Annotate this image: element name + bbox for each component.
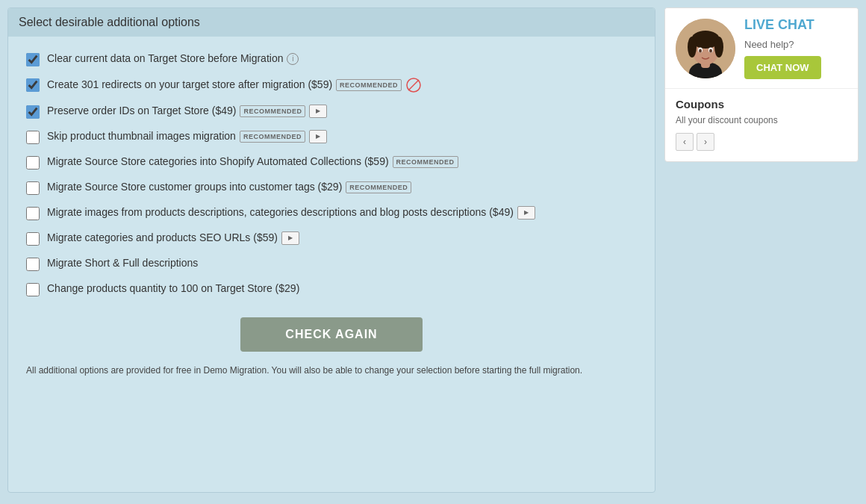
option-checkbox-9[interactable] [26, 258, 40, 271]
option-label-7[interactable]: Migrate images from products description… [47, 205, 535, 220]
option-checkbox-2[interactable] [26, 78, 40, 92]
option-item-9: Migrate Short & Full descriptions [26, 256, 637, 271]
option-label-3[interactable]: Preserve order IDs on Target Store ($49)… [47, 104, 327, 119]
main-panel: Select desirable additional options Clea… [7, 7, 655, 493]
chat-info: LIVE CHAT Need help? CHAT NOW [744, 17, 821, 79]
option-checkbox-4[interactable] [26, 131, 40, 144]
video-icon-3[interactable] [309, 105, 327, 118]
option-item-6: Migrate Source Store customer groups int… [26, 180, 637, 195]
option-label-8[interactable]: Migrate categories and products SEO URLs… [47, 231, 299, 246]
option-item-5: Migrate Source Store categories into Sho… [26, 155, 637, 169]
option-label-6[interactable]: Migrate Source Store customer groups int… [47, 180, 411, 195]
svg-point-13 [709, 49, 712, 52]
recommended-badge-6: RECOMMENDED [346, 181, 411, 194]
option-label-4[interactable]: Skip product thumbnail images migrationR… [47, 129, 327, 144]
section-header: Select desirable additional options [8, 8, 655, 37]
section-title: Select desirable additional options [19, 16, 644, 29]
option-checkbox-5[interactable] [26, 156, 40, 169]
video-icon-8[interactable] [281, 231, 299, 245]
option-item-8: Migrate categories and products SEO URLs… [26, 231, 637, 246]
prev-coupon-button[interactable]: ‹ [676, 133, 694, 151]
option-checkbox-8[interactable] [26, 232, 40, 246]
option-item-2: Create 301 redirects on your target stor… [26, 77, 637, 93]
option-label-2[interactable]: Create 301 redirects on your target stor… [47, 77, 422, 93]
coupons-section: Coupons All your discount coupons ‹ › [665, 88, 858, 161]
option-label-1[interactable]: Clear current data on Target Store befor… [47, 52, 299, 66]
svg-point-12 [699, 49, 702, 52]
option-item-1: Clear current data on Target Store befor… [26, 52, 637, 66]
live-chat-title: LIVE CHAT [744, 17, 821, 33]
block-icon-2[interactable] [405, 77, 422, 93]
option-item-4: Skip product thumbnail images migrationR… [26, 129, 637, 144]
option-item-3: Preserve order IDs on Target Store ($49)… [26, 104, 637, 119]
recommended-badge-5: RECOMMENDED [393, 156, 458, 169]
chat-header: LIVE CHAT Need help? CHAT NOW [665, 8, 858, 88]
coupon-nav: ‹ › [676, 133, 847, 151]
chat-widget: LIVE CHAT Need help? CHAT NOW Coupons Al… [664, 7, 859, 162]
option-label-5[interactable]: Migrate Source Store categories into Sho… [47, 155, 458, 169]
info-icon-1[interactable]: i [287, 53, 299, 65]
avatar [676, 19, 735, 78]
option-item-10: Change products quantity to 100 on Targe… [26, 281, 637, 296]
next-coupon-button[interactable]: › [697, 133, 714, 151]
option-item-7: Migrate images from products description… [26, 205, 637, 220]
option-checkbox-1[interactable] [26, 53, 40, 66]
video-icon-4[interactable] [309, 130, 327, 143]
option-checkbox-3[interactable] [26, 105, 40, 119]
recommended-badge-4: RECOMMENDED [240, 131, 305, 143]
option-checkbox-7[interactable] [26, 207, 40, 220]
option-checkbox-10[interactable] [26, 283, 40, 296]
recommended-badge-3: RECOMMENDED [240, 105, 305, 118]
chat-now-button[interactable]: CHAT NOW [744, 56, 821, 79]
option-checkbox-6[interactable] [26, 181, 40, 195]
option-label-10[interactable]: Change products quantity to 100 on Targe… [47, 281, 299, 296]
coupons-desc: All your discount coupons [676, 115, 847, 125]
svg-point-9 [714, 37, 723, 57]
recommended-badge-2: RECOMMENDED [336, 79, 402, 92]
options-list: Clear current data on Target Store befor… [26, 52, 637, 296]
video-icon-7[interactable] [517, 206, 535, 220]
sidebar: LIVE CHAT Need help? CHAT NOW Coupons Al… [664, 7, 859, 162]
option-label-9[interactable]: Migrate Short & Full descriptions [47, 256, 198, 271]
coupons-title: Coupons [676, 98, 847, 111]
check-again-button[interactable]: CHECK AGAIN [240, 317, 422, 352]
footer-note: All additional options are provided for … [26, 364, 637, 377]
svg-line-1 [408, 80, 419, 90]
need-help-text: Need help? [744, 39, 821, 50]
svg-point-8 [688, 37, 697, 57]
